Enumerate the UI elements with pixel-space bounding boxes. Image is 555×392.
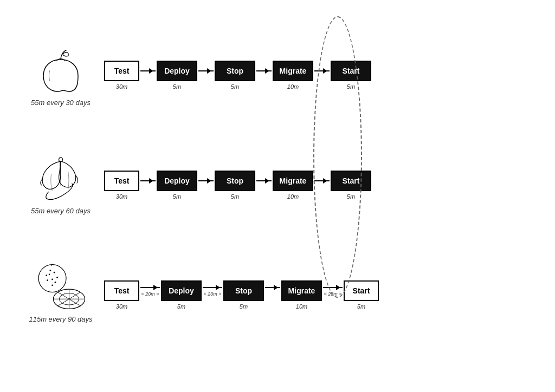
- arrow-line-2-2: [198, 180, 214, 181]
- arrow-3-3: [265, 287, 280, 288]
- svg-point-7: [50, 270, 51, 271]
- step-stop-2: Stop 5m: [215, 171, 255, 200]
- migrate-label-3: 10m: [296, 303, 307, 310]
- pipeline-row-2: Test 30m Deploy 5m Stop 5m: [104, 171, 538, 200]
- arrow-line-1-4: [314, 70, 330, 71]
- banana-label: 55m every 60 days: [31, 206, 91, 216]
- apple-icon: [34, 46, 88, 95]
- deploy-label-2: 5m: [173, 193, 181, 200]
- test-label-3: 30m: [116, 303, 127, 310]
- arrow-line-2-4: [314, 180, 330, 181]
- step-start-1: Start 5m: [331, 61, 371, 90]
- deploy-label-1: 5m: [173, 83, 181, 90]
- apple-label: 55m every 30 days: [31, 98, 91, 108]
- step-test-3: Test 30m: [104, 280, 139, 310]
- arrow-sub-3-4: < 20m >: [323, 291, 343, 297]
- fruit-item-banana: 55m every 60 days: [31, 154, 91, 216]
- start-box-2: Start: [331, 171, 371, 191]
- step-migrate-1: Migrate 10m: [273, 61, 313, 90]
- svg-point-9: [51, 284, 53, 286]
- orange-label: 115m every 90 days: [29, 315, 92, 324]
- test-label-2: 30m: [116, 193, 127, 200]
- migrate-box-1: Migrate: [273, 61, 313, 81]
- arrow-line-3-2: [203, 287, 222, 288]
- migrate-label-1: 10m: [287, 83, 299, 90]
- arrow-3-2: < 20m >: [203, 287, 222, 288]
- start-label-3: 5m: [357, 303, 365, 310]
- stop-label-1: 5m: [231, 83, 239, 90]
- dashed-oval: [313, 16, 362, 298]
- banana-icon: [34, 154, 88, 203]
- stop-label-3: 5m: [240, 303, 248, 310]
- arrow-3-1: < 20m >: [140, 287, 160, 288]
- stop-label-2: 5m: [231, 193, 239, 200]
- arrow-line-1-3: [256, 70, 272, 71]
- content-area: 55m every 30 days: [17, 12, 538, 380]
- arrow-line-3-3: [265, 287, 280, 288]
- stop-box-1: Stop: [215, 61, 255, 81]
- arrow-line-2-3: [256, 180, 272, 181]
- svg-point-6: [55, 282, 56, 283]
- test-box-1: Test: [104, 61, 139, 81]
- arrow-1-4: [314, 70, 330, 71]
- step-migrate-3: Migrate 10m: [281, 280, 322, 310]
- pipelines-column: Test 30m Deploy 5m Stop: [104, 12, 538, 348]
- svg-point-2: [54, 272, 55, 273]
- svg-point-3: [56, 277, 58, 278]
- main-container: 55m every 30 days: [0, 0, 555, 392]
- step-deploy-3: Deploy 5m: [161, 280, 202, 310]
- migrate-box-2: Migrate: [273, 171, 313, 191]
- start-label-2: 5m: [347, 193, 355, 200]
- migrate-box-3: Migrate: [281, 280, 322, 301]
- step-start-3: Start 5m: [344, 280, 379, 310]
- step-deploy-1: Deploy 5m: [157, 61, 197, 90]
- deploy-label-3: 5m: [177, 303, 185, 310]
- orange-icon: [34, 263, 88, 311]
- arrow-line-3-4: [323, 287, 343, 288]
- start-box-3: Start: [344, 280, 379, 301]
- step-stop-1: Stop 5m: [215, 61, 255, 90]
- pipeline-row-3: Test 30m < 20m > Deploy 5m < 20m >: [104, 280, 538, 310]
- arrow-sub-3-2: < 20m >: [203, 291, 222, 297]
- test-box-3: Test: [104, 280, 139, 301]
- svg-point-4: [51, 278, 53, 280]
- pipeline-row-1: Test 30m Deploy 5m Stop: [104, 61, 538, 90]
- arrow-2-3: [256, 180, 272, 181]
- step-start-2: Start 5m: [331, 171, 371, 200]
- arrow-3-4: < 20m >: [323, 287, 343, 288]
- step-deploy-2: Deploy 5m: [157, 171, 197, 200]
- svg-point-0: [38, 265, 66, 292]
- fruit-item-orange: 115m every 90 days: [29, 263, 92, 324]
- migrate-label-2: 10m: [287, 193, 299, 200]
- step-test-1: Test 30m: [104, 61, 139, 90]
- test-box-2: Test: [104, 171, 139, 191]
- svg-point-5: [47, 279, 48, 281]
- start-label-1: 5m: [347, 83, 355, 90]
- svg-point-1: [49, 273, 50, 275]
- deploy-box-3: Deploy: [161, 280, 202, 301]
- arrow-1-2: [198, 70, 214, 71]
- step-test-2: Test 30m: [104, 171, 139, 200]
- stop-box-3: Stop: [223, 280, 264, 301]
- step-stop-3: Stop 5m: [223, 280, 264, 310]
- arrow-line-1-1: [140, 70, 156, 71]
- svg-point-8: [46, 275, 47, 276]
- fruits-column: 55m every 30 days: [17, 12, 104, 348]
- arrow-2-1: [140, 180, 156, 181]
- arrow-1-3: [256, 70, 272, 71]
- deploy-box-2: Deploy: [157, 171, 197, 191]
- arrow-2-2: [198, 180, 214, 181]
- step-migrate-2: Migrate 10m: [273, 171, 313, 200]
- arrow-1-1: [140, 70, 156, 71]
- arrow-line-3-1: [140, 287, 160, 288]
- arrow-2-4: [314, 180, 330, 181]
- stop-box-2: Stop: [215, 171, 255, 191]
- fruit-item-apple: 55m every 30 days: [31, 46, 91, 108]
- arrow-line-2-1: [140, 180, 156, 181]
- deploy-box-1: Deploy: [157, 61, 197, 81]
- arrow-line-1-2: [198, 70, 214, 71]
- test-label-1: 30m: [116, 83, 127, 90]
- start-box-1: Start: [331, 61, 371, 81]
- arrow-sub-3-1: < 20m >: [140, 291, 160, 297]
